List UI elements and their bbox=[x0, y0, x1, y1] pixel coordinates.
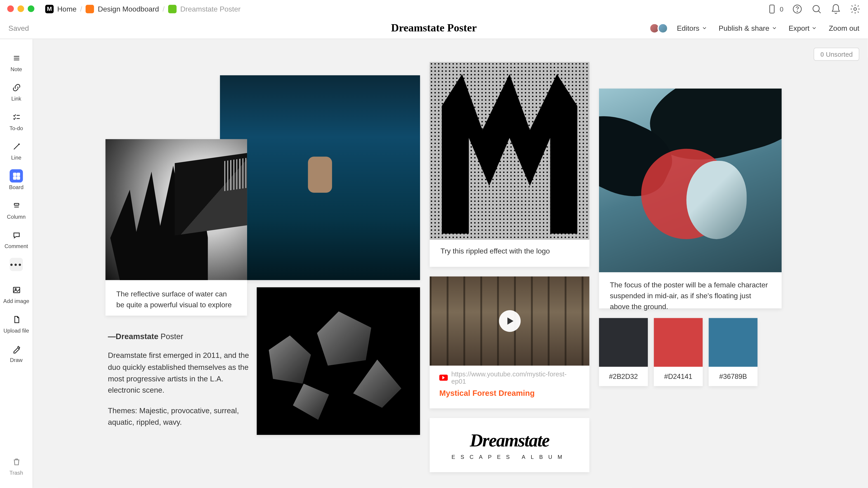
link-icon bbox=[10, 80, 23, 94]
card-caption: The reflective surface of water can be q… bbox=[105, 280, 247, 319]
export-button[interactable]: Export bbox=[789, 24, 817, 32]
image-card-crystals[interactable] bbox=[257, 287, 420, 435]
publish-button[interactable]: Publish & share bbox=[719, 24, 776, 32]
draw-icon bbox=[10, 342, 23, 355]
line-icon bbox=[10, 140, 23, 153]
chevron-down-icon bbox=[812, 26, 817, 30]
card-caption: The focus of the poster will be a female… bbox=[599, 272, 782, 319]
crystal-shape bbox=[317, 311, 371, 365]
logo-subtitle: ESCAPES ALBUM bbox=[452, 454, 567, 460]
color-swatch-red[interactable]: #D24141 bbox=[654, 318, 703, 386]
sidebar-item-upload-file[interactable]: Upload file bbox=[0, 309, 33, 339]
save-status: Saved bbox=[8, 24, 29, 32]
close-window-icon[interactable] bbox=[7, 5, 14, 12]
canvas[interactable]: 0Unsorted The reflective surface of wate… bbox=[33, 39, 868, 488]
text-title: —Dreamstate Poster bbox=[108, 331, 250, 343]
svg-point-3 bbox=[813, 5, 819, 11]
sidebar-label: To-do bbox=[9, 125, 23, 131]
note-icon bbox=[10, 51, 23, 65]
sidebar-item-column[interactable]: Column bbox=[0, 195, 33, 225]
help-icon[interactable] bbox=[792, 3, 803, 14]
page-title[interactable]: Dreamstate Poster bbox=[391, 22, 477, 34]
card-caption: Try this rippled effect with the logo bbox=[430, 240, 589, 263]
topbar: M Home / Design Moodboard / Dreamstate P… bbox=[0, 0, 868, 18]
video-body: https://www.youtube.com/mystic-forest-ep… bbox=[430, 365, 589, 404]
todo-icon bbox=[10, 110, 23, 124]
text-note[interactable]: —Dreamstate Poster Dreamstate first emer… bbox=[108, 331, 250, 437]
chevron-down-icon bbox=[702, 26, 707, 30]
video-card[interactable]: https://www.youtube.com/mystic-forest-ep… bbox=[430, 276, 589, 409]
svg-point-4 bbox=[854, 7, 857, 10]
diver-image bbox=[302, 151, 338, 205]
play-icon[interactable] bbox=[499, 310, 520, 332]
folder-icon bbox=[86, 4, 94, 13]
sidebar-label: Add image bbox=[3, 298, 29, 304]
sidebar-more-icon[interactable]: ••• bbox=[10, 258, 23, 271]
sidebar-item-link[interactable]: Link bbox=[0, 77, 33, 107]
sidebar-item-draw[interactable]: Draw bbox=[0, 338, 33, 368]
sidebar-label: Column bbox=[7, 214, 26, 220]
video-thumbnail[interactable] bbox=[430, 276, 589, 366]
image-card-underwater[interactable] bbox=[220, 75, 420, 280]
minimize-window-icon[interactable] bbox=[18, 5, 24, 12]
youtube-icon bbox=[439, 375, 448, 381]
hand-image bbox=[105, 139, 247, 280]
swatch-label: #2B2D32 bbox=[599, 367, 648, 386]
board-icon bbox=[168, 4, 177, 13]
image-card-halftone-m[interactable]: Try this rippled effect with the logo bbox=[430, 62, 589, 267]
sidebar-label: Comment bbox=[4, 243, 28, 250]
chevron-down-icon bbox=[772, 26, 776, 30]
video-title[interactable]: Mystical Forest Dreaming bbox=[439, 389, 580, 398]
home-icon[interactable]: M bbox=[45, 4, 54, 13]
sidebar-item-board[interactable]: Board bbox=[0, 166, 33, 195]
sidebar-item-add-image[interactable]: Add image bbox=[0, 280, 33, 309]
unsorted-badge[interactable]: 0Unsorted bbox=[814, 48, 860, 61]
maximize-window-icon[interactable] bbox=[28, 5, 34, 12]
sidebar-label: Link bbox=[11, 96, 21, 102]
device-count: 0 bbox=[780, 5, 783, 12]
sidebar-item-trash[interactable]: Trash bbox=[0, 451, 33, 481]
halftone-image bbox=[430, 62, 589, 240]
image-card-hand[interactable]: The reflective surface of water can be q… bbox=[105, 139, 247, 316]
editor-avatars[interactable] bbox=[651, 23, 669, 33]
window-controls bbox=[7, 5, 34, 12]
topbar-left: M Home / Design Moodboard / Dreamstate P… bbox=[7, 4, 241, 13]
color-swatch-dark[interactable]: #2B2D32 bbox=[599, 318, 648, 386]
svg-point-2 bbox=[797, 11, 798, 11]
crystal-shape bbox=[269, 335, 311, 384]
bell-icon[interactable] bbox=[831, 3, 841, 14]
sidebar-item-line[interactable]: Line bbox=[0, 136, 33, 166]
device-icon[interactable] bbox=[767, 3, 777, 14]
sidebar-item-comment[interactable]: Comment bbox=[0, 225, 33, 254]
crumb-home[interactable]: Home bbox=[57, 4, 76, 13]
sidebar-label: Trash bbox=[9, 470, 23, 476]
sidebar-label: Draw bbox=[10, 357, 23, 363]
comment-icon bbox=[10, 228, 23, 241]
breadcrumb-separator: / bbox=[162, 4, 164, 13]
sidebar-label: Note bbox=[11, 66, 22, 72]
gear-icon[interactable] bbox=[850, 3, 861, 14]
svg-rect-0 bbox=[770, 5, 774, 13]
crumb-moodboard[interactable]: Design Moodboard bbox=[98, 4, 159, 13]
logo-wordmark: Dreamstate bbox=[470, 430, 549, 451]
editors-button[interactable]: Editors bbox=[677, 24, 707, 32]
color-swatch-blue[interactable]: #36789B bbox=[709, 318, 757, 386]
svg-rect-7 bbox=[13, 176, 16, 179]
image-card-woman[interactable]: The focus of the poster will be a female… bbox=[599, 89, 782, 308]
sidebar-item-note[interactable]: Note bbox=[0, 48, 33, 77]
search-icon[interactable] bbox=[811, 3, 822, 14]
sidebar-label: Board bbox=[9, 184, 24, 191]
swatch-label: #36789B bbox=[709, 367, 757, 386]
svg-rect-8 bbox=[17, 176, 20, 179]
swatch-label: #D24141 bbox=[654, 367, 703, 386]
svg-rect-6 bbox=[17, 173, 20, 175]
crystal-shape bbox=[353, 360, 401, 408]
video-url: https://www.youtube.com/mystic-forest-ep… bbox=[439, 370, 580, 385]
zoom-out-button[interactable]: Zoom out bbox=[829, 24, 860, 32]
sidebar: Note Link To-do Line Board Column Commen… bbox=[0, 39, 33, 488]
logo-card[interactable]: Dreamstate ESCAPES ALBUM bbox=[430, 418, 589, 472]
sidebar-item-todo[interactable]: To-do bbox=[0, 107, 33, 136]
swatch-color bbox=[599, 318, 648, 367]
crystal-shape bbox=[293, 384, 329, 420]
header-row: Saved Dreamstate Poster Editors Publish … bbox=[0, 18, 868, 39]
